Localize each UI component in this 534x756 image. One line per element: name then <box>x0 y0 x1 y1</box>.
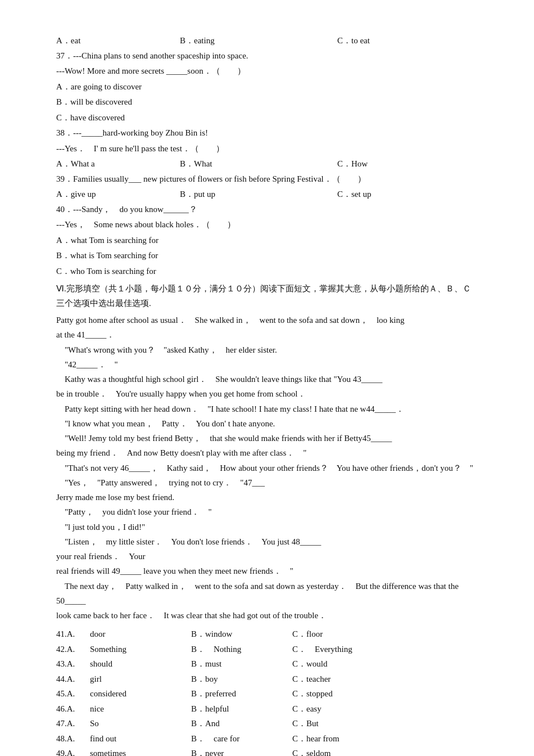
passage: Patty got home after school as usual． Sh… <box>56 313 478 623</box>
answer-b-6: B．And <box>191 717 292 731</box>
q40-response: ---Yes， Some news about black holes．（ ） <box>56 218 478 232</box>
q39-option-a: A．give up <box>56 187 180 202</box>
answer-row-1: 42.A.SomethingB． NothingC． Everything <box>56 642 478 657</box>
q39-options-row: A．give up B．put up C．set up <box>56 187 478 202</box>
q39-option-b: B．put up <box>180 187 337 202</box>
answer-a-8: sometimes <box>90 746 191 756</box>
answer-row-6: 47.A.SoB．AndC．But <box>56 717 478 731</box>
q38-option-b: B．What <box>180 157 337 172</box>
passage-line-12: "Yes， "Patty answered， trying not to cry… <box>56 475 478 490</box>
answer-row-4: 45.A.consideredB．preferredC．stopped <box>56 687 478 701</box>
answer-b-8: B．never <box>191 746 292 756</box>
passage-line-20: look came back to her face． It was clear… <box>56 608 478 623</box>
passage-line-7: Patty kept sitting with her head down． "… <box>56 402 478 416</box>
answer-num-2: 43.A. <box>56 657 90 672</box>
answer-num-1: 42.A. <box>56 642 90 657</box>
answer-b-2: B．must <box>191 657 292 672</box>
q37-option-b: B．will be discovered <box>56 95 478 110</box>
passage-line-13: Jerry made me lose my best friend. <box>56 490 478 505</box>
answer-num-5: 46.A. <box>56 702 90 717</box>
q40-stem: 40．---Sandy， do you know______？ <box>56 202 478 217</box>
q38-option-c: C．How <box>337 157 461 172</box>
answer-b-5: B．helpful <box>191 702 292 717</box>
answer-c-2: C．would <box>292 657 393 672</box>
answer-num-6: 47.A. <box>56 717 90 731</box>
q40-option-c: C．who Tom is searching for <box>56 264 478 279</box>
answer-a-5: nice <box>90 702 191 717</box>
passage-line-3: "42_____． " <box>56 357 478 372</box>
answer-num-7: 48.A. <box>56 732 90 746</box>
answer-c-7: C．hear from <box>292 732 393 746</box>
answer-a-2: should <box>90 657 191 672</box>
answer-c-3: C．teacher <box>292 672 393 687</box>
q37-option-a: A．are going to discover <box>56 80 478 94</box>
answer-b-4: B．preferred <box>191 687 292 701</box>
answer-num-0: 41.A. <box>56 627 90 642</box>
answer-a-4: considered <box>90 687 191 701</box>
answer-b-7: B． care for <box>191 732 292 746</box>
answer-row-2: 43.A.shouldB．mustC．would <box>56 657 478 672</box>
answer-c-0: C．floor <box>292 627 393 642</box>
answer-num-8: 49.A. <box>56 746 90 756</box>
answer-a-1: Something <box>90 642 191 657</box>
answer-b-0: B．window <box>191 627 292 642</box>
answer-row-8: 49.A.sometimesB．neverC．seldom <box>56 746 478 756</box>
q39-option-c: C．set up <box>337 187 461 202</box>
answer-a-3: girl <box>90 672 191 687</box>
q36-options-row: A．eat B．eating C．to eat <box>56 34 478 48</box>
q38-response: ---Yes． I' m sure he'll pass the test．（ … <box>56 142 478 156</box>
answer-a-6: So <box>90 717 191 731</box>
q38-stem: 38．---_____hard-working boy Zhou Bin is! <box>56 126 478 141</box>
passage-line-16: "Listen， my little sister． You don't los… <box>56 534 478 549</box>
passage-line-17: your real friends． Your <box>56 549 478 564</box>
answer-table: 41.A.doorB．windowC．floor42.A.SomethingB．… <box>56 627 478 756</box>
answer-row-7: 48.A.find outB． care forC．hear from <box>56 732 478 746</box>
q36-option-c: C．to eat <box>337 34 461 48</box>
answer-num-4: 45.A. <box>56 687 90 701</box>
q36-option-b: B．eating <box>180 34 337 48</box>
q36-option-a: A．eat <box>56 34 180 48</box>
answer-c-1: C． Everything <box>292 642 393 657</box>
passage-line-15: "l just told you，I did!" <box>56 520 478 534</box>
passage-line-0: Patty got home after school as usual． Sh… <box>56 313 478 327</box>
answer-a-7: find out <box>90 732 191 746</box>
passage-line-5: be in trouble． You're usually happy when… <box>56 386 478 401</box>
q40-option-b: B．what is Tom searching for <box>56 249 478 263</box>
answer-row-5: 46.A.niceB．helpfulC．easy <box>56 702 478 717</box>
answer-a-0: door <box>90 627 191 642</box>
answer-b-3: B．boy <box>191 672 292 687</box>
q40-option-a: A．what Tom is searching for <box>56 233 478 248</box>
passage-line-9: "Well! Jemy told my best friend Betty， t… <box>56 431 478 446</box>
q37-response: ---Wow! More and more secrets _____soon．… <box>56 64 478 79</box>
answer-c-4: C．stopped <box>292 687 393 701</box>
passage-line-8: "l know what you mean， Patty． You don' t… <box>56 416 478 431</box>
passage-line-2: "What's wrong with you？ "asked Kathy， he… <box>56 343 478 357</box>
passage-line-18: real friends will 49_____ leave you when… <box>56 564 478 578</box>
passage-line-10: being my friend． And now Betty doesn't p… <box>56 446 478 460</box>
answer-row-3: 44.A.girlB．boyC．teacher <box>56 672 478 687</box>
answer-b-1: B． Nothing <box>191 642 292 657</box>
q39-stem: 39．Families usually___ new pictures of f… <box>56 172 478 187</box>
passage-line-4: Kathy was a thoughtful high school girl．… <box>56 372 478 386</box>
passage-line-19: The next day， Patty walked in， went to t… <box>56 579 478 609</box>
q37-stem: 37．---China plans to send another spaces… <box>56 49 478 64</box>
answer-c-8: C．seldom <box>292 746 393 756</box>
answer-row-0: 41.A.doorB．windowC．floor <box>56 627 478 642</box>
q37-option-c: C．have discovered <box>56 111 478 125</box>
passage-line-11: "That's not very 46_____， Kathy said， Ho… <box>56 461 478 475</box>
passage-line-1: at the 41_____． <box>56 327 478 342</box>
roman6-heading: Ⅵ.完形填空（共１小题，每小题１０分，满分１０分）阅读下面短文，掌握其大意，从每… <box>56 282 478 310</box>
answer-c-6: C．But <box>292 717 393 731</box>
q38-option-a: A．What a <box>56 157 180 172</box>
q38-options-row: A．What a B．What C．How <box>56 157 478 172</box>
passage-line-14: "Patty， you didn't lose your friend． " <box>56 505 478 519</box>
answer-num-3: 44.A. <box>56 672 90 687</box>
answer-c-5: C．easy <box>292 702 393 717</box>
